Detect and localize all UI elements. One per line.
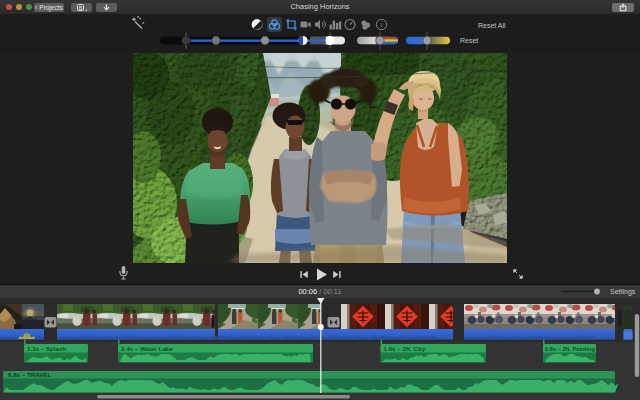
svg-text:6.8s – TRAVEL: 6.8s – TRAVEL (8, 371, 51, 378)
svg-text:i: i (380, 20, 383, 29)
svg-text:0.8s – 2ft. Painting: 0.8s – 2ft. Painting (545, 346, 595, 352)
svg-text:Reset All: Reset All (478, 22, 506, 29)
svg-text:2.4s – Water Lake: 2.4s – Water Lake (121, 345, 173, 352)
svg-text:1.0s – 2ft. City: 1.0s – 2ft. City (384, 345, 426, 352)
svg-text:1.1s – Splash: 1.1s – Splash (27, 345, 66, 352)
svg-text:Reset: Reset (460, 37, 478, 44)
